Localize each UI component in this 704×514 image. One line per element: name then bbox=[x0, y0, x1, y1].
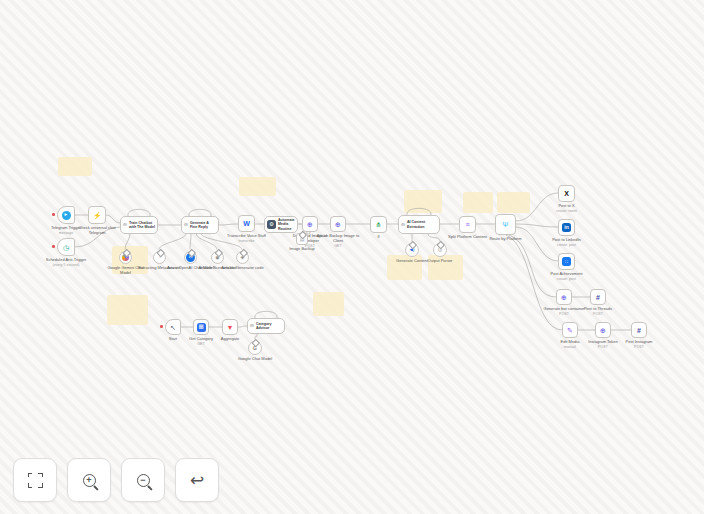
sticky-note[interactable] bbox=[313, 292, 344, 316]
transcribe-voice[interactable]: WTranscribe Voice Stufftranscribe bbox=[238, 215, 255, 232]
sticky-note[interactable] bbox=[239, 177, 276, 196]
post-to-x-icon: X bbox=[564, 190, 569, 197]
post-to-threads-icon: # bbox=[596, 294, 600, 301]
connection-wire bbox=[159, 234, 186, 249]
post-instagram-sublabel: POST bbox=[615, 345, 663, 349]
route-by-platform[interactable]: ΨRoute by Platform bbox=[495, 214, 516, 235]
sticky-note[interactable] bbox=[107, 295, 148, 325]
generator-tool[interactable]: ◈Airtable Generator code bbox=[236, 251, 249, 264]
route-by-platform-label: Route by Platform bbox=[482, 236, 530, 241]
image-backup-note[interactable]: ▤Image Backup bbox=[296, 233, 308, 245]
undo-icon: ↩ bbox=[190, 472, 204, 489]
workflow-canvas[interactable]: ▸Telegram Triggermessage⚡Check universal… bbox=[0, 0, 704, 514]
extract-metadata-tool[interactable]: ◔Extracting Metadata util bbox=[153, 251, 166, 264]
get-category[interactable]: ▦Get CategoryGET bbox=[193, 319, 209, 335]
category-advisor-agent[interactable]: ∞Category Advisor bbox=[247, 318, 285, 334]
transcribe-voice-label: Transcribe Voice Stufftranscribe bbox=[223, 233, 271, 243]
generate-reply-agent-title: Generate A Fine Reply bbox=[190, 221, 216, 229]
sticky-note[interactable] bbox=[58, 157, 92, 176]
issue-marker bbox=[160, 325, 163, 328]
sticky-note[interactable] bbox=[497, 192, 530, 213]
google-chat-model-tool[interactable]: GGoogle Chat Model bbox=[248, 341, 262, 355]
issue-marker bbox=[52, 213, 55, 216]
aggregate[interactable]: ▼Aggregate bbox=[222, 319, 238, 335]
connection-wire bbox=[106, 215, 120, 223]
aggregate-icon: ▼ bbox=[227, 324, 234, 331]
schedule-trigger-label: Scheduled Anti-Trigger(every 5 second) bbox=[42, 257, 90, 267]
get-category-sublabel: GET bbox=[177, 342, 225, 346]
check-universal-chat[interactable]: ⚡Check universal chat Telegram bbox=[88, 206, 106, 224]
attach-image-http-sublabel: GET bbox=[314, 244, 362, 248]
train-chatbot-agent[interactable]: ∞Train Chatbot with The Model bbox=[120, 216, 158, 234]
fit-view-icon bbox=[28, 473, 43, 488]
issue-marker bbox=[52, 245, 55, 248]
generator-tool-label: Airtable Generator code bbox=[219, 265, 267, 270]
post-to-x[interactable]: XPost to Xcreate: tweet bbox=[558, 185, 575, 202]
attach-image-http[interactable]: ⊕Attach Backup Image to ClientGET bbox=[330, 216, 346, 232]
post-instagram-label: Post InstagramPOST bbox=[615, 339, 663, 349]
if-node-icon: ⋔ bbox=[376, 221, 382, 228]
azure-chat-model-tool[interactable]: AAzure OpenAI Chat Model bbox=[184, 251, 197, 264]
download-image-http[interactable]: ⊕Download Image to DeveloperPOST bbox=[302, 216, 318, 232]
split-platform-content-icon: ≡ bbox=[465, 221, 469, 228]
telegram-trigger[interactable]: ▸Telegram Triggermessage bbox=[57, 206, 75, 224]
schedule-trigger-icon: ◷ bbox=[63, 244, 69, 251]
connection-wire bbox=[238, 326, 247, 327]
route-by-platform-icon: Ψ bbox=[503, 221, 509, 228]
ai-content-agent[interactable]: ∞AI Content Extraction bbox=[398, 215, 440, 234]
ai-content-agent-title: AI Content Extraction bbox=[407, 220, 437, 228]
schedule-trigger[interactable]: ◷Scheduled Anti-Trigger(every 5 second) bbox=[57, 238, 75, 256]
automate-media-code-icon: ⚙ bbox=[267, 220, 276, 229]
transcribe-voice-icon: W bbox=[243, 220, 250, 227]
check-universal-chat-label: Check universal chat Telegram bbox=[73, 225, 121, 235]
post-achievement[interactable]: ∷Post Achievementcreate: post bbox=[558, 253, 575, 270]
automate-media-code-title: Automate Media Routine bbox=[278, 218, 295, 230]
post-instagram[interactable]: #Post InstagramPOST bbox=[631, 322, 647, 338]
connection-wire bbox=[428, 234, 440, 241]
post-to-threads-label: Post to ThreadsPOST bbox=[574, 306, 622, 316]
post-to-threads[interactable]: #Post to ThreadsPOST bbox=[590, 289, 606, 305]
instagram-token[interactable]: ⊕Instagram TokenPOST bbox=[595, 322, 611, 338]
generate-bot-container[interactable]: ⊕Generate bot containerPOST bbox=[556, 289, 572, 305]
generate-reply-agent-icon: ∞ bbox=[184, 222, 188, 228]
split-platform-content[interactable]: ≡Split Platform Content bbox=[459, 216, 476, 233]
post-instagram-icon: # bbox=[637, 327, 641, 334]
connection-wires bbox=[0, 0, 704, 514]
schedule-trigger-sublabel: (every 5 second) bbox=[42, 263, 90, 267]
output-parser-tool-label: Output Parser bbox=[416, 258, 464, 263]
post-to-x-sublabel: create: tweet bbox=[543, 209, 591, 213]
connection-wire bbox=[190, 234, 191, 249]
zoom-out-button[interactable]: − bbox=[121, 458, 165, 502]
post-to-linkedin-icon: in bbox=[562, 223, 571, 232]
aggregate-label: Aggregate bbox=[206, 336, 254, 341]
canvas-controls: +−↩ bbox=[13, 458, 219, 502]
google-chat-model-tool-label: Google Chat Model bbox=[231, 356, 279, 361]
fit-view-button[interactable] bbox=[13, 458, 57, 502]
category-advisor-agent-icon: ∞ bbox=[250, 323, 254, 329]
sticky-note[interactable] bbox=[404, 190, 442, 213]
train-chatbot-agent-icon: ∞ bbox=[123, 222, 127, 228]
undo-button[interactable]: ↩ bbox=[175, 458, 219, 502]
output-parser-tool[interactable]: (|)Output Parser bbox=[433, 243, 447, 257]
edit-media-icon: ✎ bbox=[567, 327, 573, 334]
zoom-in-button[interactable]: + bbox=[67, 458, 111, 502]
start-trigger[interactable]: ↖Start bbox=[165, 319, 181, 335]
scenario-tool[interactable]: ◉Airtable Scenario tool bbox=[211, 251, 224, 264]
generate-reply-agent[interactable]: ∞Generate A Fine Reply bbox=[181, 216, 219, 234]
if-node-label: If bbox=[355, 234, 403, 239]
edit-media[interactable]: ✎Edit Mediamanual bbox=[562, 322, 578, 338]
post-achievement-sublabel: create: post bbox=[543, 277, 591, 281]
post-achievement-icon: ∷ bbox=[562, 257, 571, 266]
connection-wire bbox=[128, 209, 150, 216]
connection-wire bbox=[255, 311, 277, 318]
automate-media-code[interactable]: ⚙Automate Media Routine bbox=[264, 216, 298, 233]
gemini-chat-model-tool[interactable]: Google Gemini Chat Model bbox=[119, 251, 132, 264]
connection-wire bbox=[219, 224, 238, 225]
post-to-linkedin[interactable]: inPost to LinkedIncreate: post bbox=[558, 219, 575, 236]
sticky-note[interactable] bbox=[463, 192, 493, 213]
generate-content-tool[interactable]: ◀)Generate Content bbox=[405, 243, 419, 257]
if-node[interactable]: ⋔If bbox=[370, 216, 387, 233]
post-achievement-label: Post Achievementcreate: post bbox=[543, 271, 591, 281]
post-to-threads-sublabel: POST bbox=[574, 312, 622, 316]
attach-image-http-icon: ⊕ bbox=[335, 221, 341, 228]
